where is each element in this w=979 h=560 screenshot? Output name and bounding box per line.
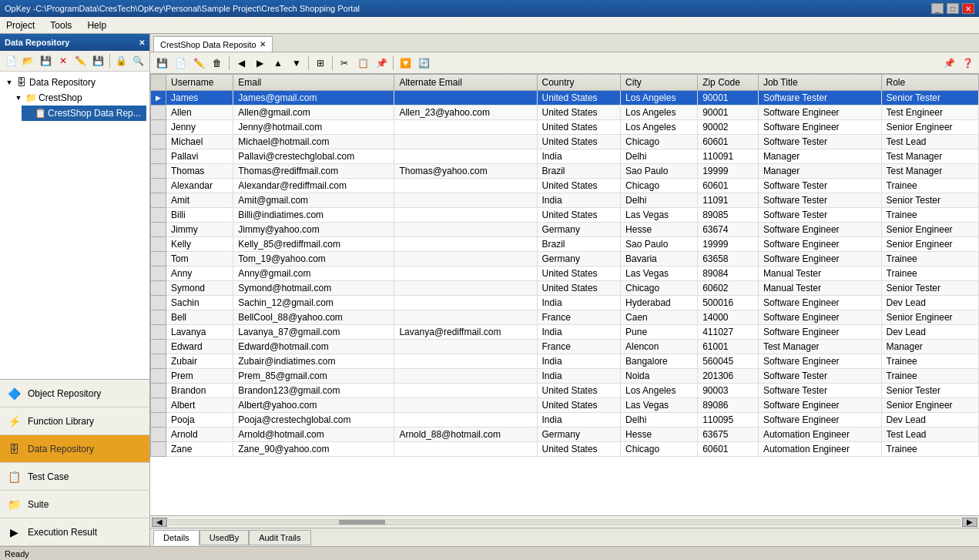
cell-role[interactable]: Senior Engineer	[881, 310, 979, 325]
cell-email[interactable]: James@gmail.com	[233, 91, 394, 106]
cell-email[interactable]: Pooja@crestechglobal.com	[233, 413, 394, 428]
ct-edit-btn[interactable]: ✏️	[190, 55, 207, 72]
cell-username[interactable]: Jenny	[166, 120, 233, 135]
cell-zip[interactable]: 90001	[698, 106, 759, 120]
nav-object-repository[interactable]: 🔷 Object Repository	[0, 380, 149, 407]
sidebar-open-btn[interactable]: 📂	[21, 52, 37, 69]
cell-email[interactable]: Kelly_85@rediffmail.com	[233, 237, 394, 252]
cell-job[interactable]: Software Engineer	[758, 398, 881, 413]
cell-country[interactable]: United States	[537, 267, 621, 281]
cell-city[interactable]: Las Vegas	[621, 267, 698, 281]
cell-country[interactable]: United States	[537, 120, 621, 135]
menu-help[interactable]: Help	[84, 18, 109, 32]
row-indicator[interactable]	[151, 310, 166, 325]
row-indicator[interactable]	[151, 223, 166, 237]
table-row[interactable]: SachinSachin_12@gmail.comIndiaHyderabad5…	[151, 296, 979, 310]
close-button[interactable]: ✕	[962, 3, 974, 14]
row-indicator[interactable]	[151, 120, 166, 135]
col-alt-email[interactable]: Alternate Email	[394, 75, 537, 91]
cell-email[interactable]: Edward@hotmail.com	[233, 340, 394, 354]
cell-job[interactable]: Manager	[758, 149, 881, 164]
cell-city[interactable]: Caen	[621, 310, 698, 325]
cell-alt-email[interactable]: Thomas@yahoo.com	[394, 164, 537, 179]
cell-username[interactable]: Pooja	[166, 413, 233, 428]
cell-job[interactable]: Manual Tester	[758, 267, 881, 281]
table-row[interactable]: EdwardEdward@hotmail.comFranceAlencon610…	[151, 340, 979, 354]
cell-alt-email[interactable]	[394, 135, 537, 149]
cell-alt-email[interactable]	[394, 91, 537, 106]
cell-job[interactable]: Software Engineer	[758, 310, 881, 325]
bottom-tab-usedby[interactable]: UsedBy	[199, 530, 250, 545]
cell-zip[interactable]: 61001	[698, 340, 759, 354]
cell-email[interactable]: BellCool_88@yahoo.com	[233, 310, 394, 325]
nav-data-repository[interactable]: 🗄 Data Repository	[0, 435, 149, 463]
cell-country[interactable]: United States	[537, 208, 621, 223]
cell-role[interactable]: Trainee	[881, 267, 979, 281]
cell-role[interactable]: Manager	[881, 340, 979, 354]
cell-role[interactable]: Dev Lead	[881, 413, 979, 428]
row-indicator[interactable]	[151, 428, 166, 442]
cell-country[interactable]: Germany	[537, 223, 621, 237]
cell-job[interactable]: Automation Engineer	[758, 442, 881, 457]
cell-email[interactable]: Pallavi@crestechglobal.com	[233, 149, 394, 164]
cell-country[interactable]: Germany	[537, 428, 621, 442]
cell-role[interactable]: Dev Lead	[881, 325, 979, 340]
row-indicator[interactable]	[151, 106, 166, 120]
cell-zip[interactable]: 90003	[698, 384, 759, 398]
cell-email[interactable]: Jenny@hotmail.com	[233, 120, 394, 135]
maximize-button[interactable]: □	[947, 3, 959, 14]
col-zip[interactable]: Zip Code	[698, 75, 759, 91]
cell-job[interactable]: Software Engineer	[758, 296, 881, 310]
cell-job[interactable]: Software Engineer	[758, 106, 881, 120]
row-indicator[interactable]	[151, 398, 166, 413]
cell-role[interactable]: Senior Engineer	[881, 120, 979, 135]
cell-role[interactable]: Senior Engineer	[881, 237, 979, 252]
table-row[interactable]: JennyJenny@hotmail.comUnited StatesLos A…	[151, 120, 979, 135]
cell-role[interactable]: Trainee	[881, 442, 979, 457]
table-row[interactable]: LavanyaLavanya_87@gmail.comLavanya@redif…	[151, 325, 979, 340]
nav-suite[interactable]: 📁 Suite	[0, 491, 149, 518]
cell-role[interactable]: Trainee	[881, 369, 979, 384]
cell-city[interactable]: Los Angeles	[621, 120, 698, 135]
cell-role[interactable]: Senior Tester	[881, 281, 979, 296]
row-indicator[interactable]	[151, 442, 166, 457]
cell-job[interactable]: Software Tester	[758, 135, 881, 149]
cell-role[interactable]: Dev Lead	[881, 296, 979, 310]
cell-role[interactable]: Test Lead	[881, 428, 979, 442]
cell-city[interactable]: Alencon	[621, 340, 698, 354]
table-row[interactable]: KellyKelly_85@rediffmail.comBrazilSao Pa…	[151, 237, 979, 252]
ct-filter-btn[interactable]: 🔽	[397, 55, 414, 72]
ct-new-btn[interactable]: 📄	[172, 55, 189, 72]
table-row[interactable]: ▶JamesJames@gmail.comUnited StatesLos An…	[151, 91, 979, 106]
cell-job[interactable]: Software Tester	[758, 369, 881, 384]
ct-pin-btn[interactable]: 📌	[940, 55, 957, 72]
sidebar-delete-btn[interactable]: ✕	[55, 52, 72, 69]
cell-job[interactable]: Software Engineer	[758, 325, 881, 340]
table-row[interactable]: ThomasThomas@rediffmail.comThomas@yahoo.…	[151, 164, 979, 179]
cell-city[interactable]: Delhi	[621, 149, 698, 164]
cell-username[interactable]: Edward	[166, 340, 233, 354]
cell-alt-email[interactable]	[394, 281, 537, 296]
cell-zip[interactable]: 63658	[698, 252, 759, 267]
cell-email[interactable]: Michael@hotmail.com	[233, 135, 394, 149]
table-row[interactable]: BilliBilli@indiatimes.comUnited StatesLa…	[151, 208, 979, 223]
cell-username[interactable]: Thomas	[166, 164, 233, 179]
cell-country[interactable]: France	[537, 310, 621, 325]
ct-up-btn[interactable]: ▲	[270, 55, 287, 72]
cell-alt-email[interactable]	[394, 149, 537, 164]
cell-alt-email[interactable]: Lavanya@rediffmail.com	[394, 325, 537, 340]
cell-username[interactable]: Alexandar	[166, 179, 233, 193]
ct-forward-btn[interactable]: ▶	[251, 55, 268, 72]
cell-job[interactable]: Software Engineer	[758, 223, 881, 237]
scroll-left-btn[interactable]: ◀	[152, 518, 167, 527]
cell-country[interactable]: United States	[537, 91, 621, 106]
tree-root[interactable]: ▼ 🗄 Data Repository	[3, 75, 146, 90]
row-indicator[interactable]	[151, 384, 166, 398]
cell-country[interactable]: United States	[537, 179, 621, 193]
row-indicator[interactable]	[151, 252, 166, 267]
col-city[interactable]: City	[621, 75, 698, 91]
tree-crestshop[interactable]: ▼ 📁 CrestShop	[12, 90, 146, 106]
cell-email[interactable]: Zubair@indiatimes.com	[233, 354, 394, 369]
cell-city[interactable]: Pune	[621, 325, 698, 340]
scroll-right-btn[interactable]: ▶	[962, 518, 977, 527]
